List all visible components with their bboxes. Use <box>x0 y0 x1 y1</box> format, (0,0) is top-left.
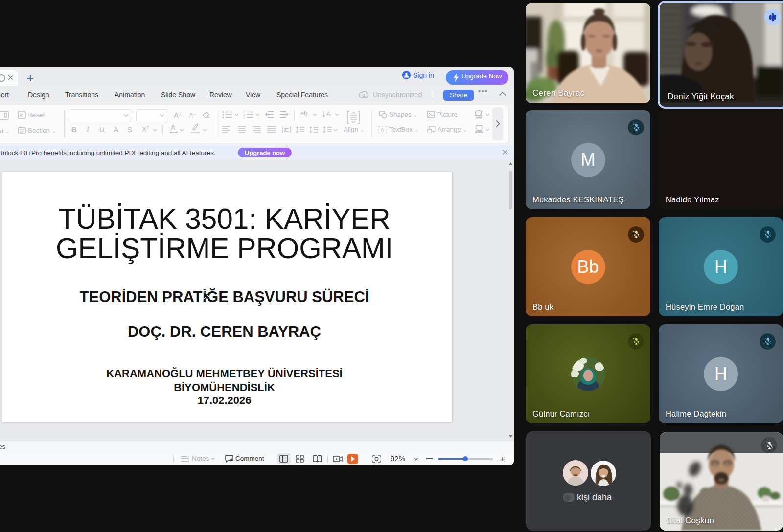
svg-text:A: A <box>381 127 385 133</box>
svg-text:A: A <box>326 111 331 118</box>
svg-text:a: a <box>284 128 286 131</box>
svg-text:3: 3 <box>243 116 245 119</box>
